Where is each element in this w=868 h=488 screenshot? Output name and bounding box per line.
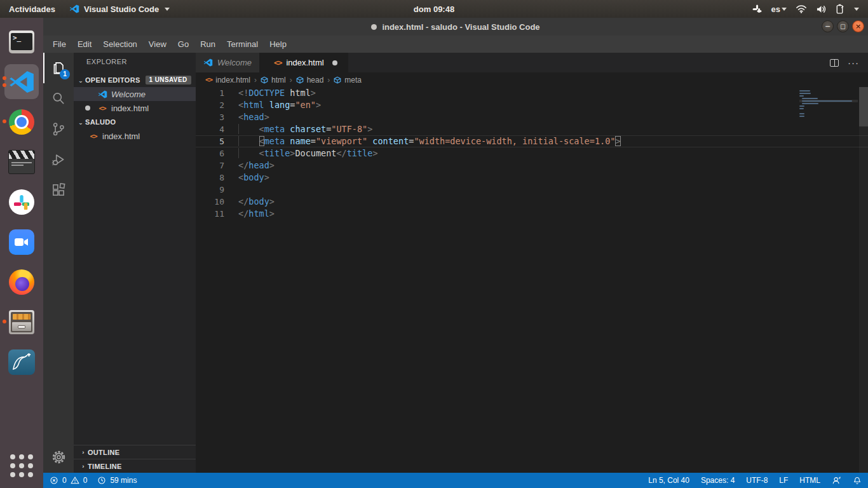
problems-indicator[interactable]: 0 0 xyxy=(50,476,87,485)
menu-view[interactable]: View xyxy=(143,37,172,51)
line-content: <html lang="en"> xyxy=(238,99,868,111)
breadcrumb-item-meta[interactable]: meta xyxy=(334,76,362,85)
app-menu-label: Visual Studio Code xyxy=(84,4,159,14)
code-line[interactable]: 10</body> xyxy=(196,196,868,208)
dock-item-vscode[interactable] xyxy=(0,62,43,102)
activity-bar: 1 xyxy=(43,53,74,473)
code-line[interactable]: 2<html lang="en"> xyxy=(196,99,868,111)
timeline-section[interactable]: › TIMELINE xyxy=(74,459,196,473)
dock-item-terminal[interactable]: >_ xyxy=(0,22,43,62)
code-line[interactable]: 4 <meta charset="UTF-8"> xyxy=(196,123,868,135)
menu-terminal[interactable]: Terminal xyxy=(221,37,264,51)
manage-button[interactable] xyxy=(43,449,74,465)
window-title: index.html - saludo - Visual Studio Code xyxy=(382,22,539,32)
wifi-icon[interactable] xyxy=(796,4,807,13)
code-line[interactable]: 1<!DOCTYPE html> xyxy=(196,87,868,99)
activity-explorer[interactable]: 1 xyxy=(43,53,74,83)
breadcrumb-item-html[interactable]: html xyxy=(261,76,286,85)
vertical-scrollbar[interactable] xyxy=(859,87,868,473)
split-editor-icon[interactable] xyxy=(830,59,839,67)
dock-item-file-manager[interactable] xyxy=(0,302,43,342)
menu-bar: File Edit Selection View Go Run Terminal… xyxy=(43,36,868,53)
dock-item-video-editor[interactable] xyxy=(0,142,43,182)
code-editor[interactable]: 1<!DOCTYPE html>2<html lang="en">3<head>… xyxy=(196,87,868,473)
battery-icon[interactable] xyxy=(836,4,844,14)
activity-extensions[interactable] xyxy=(43,175,74,205)
feedback-button[interactable] xyxy=(832,476,841,485)
line-content: </head> xyxy=(238,159,868,172)
menu-go[interactable]: Go xyxy=(172,37,194,51)
menu-selection[interactable]: Selection xyxy=(97,37,142,51)
breadcrumb: <> index.html › html › head › xyxy=(196,72,868,87)
dock: >_ xyxy=(0,18,43,488)
open-editors-header[interactable]: ⌄ OPEN EDITORS 1 UNSAVED xyxy=(74,73,196,87)
tab-welcome[interactable]: Welcome xyxy=(196,53,260,72)
dock-item-firefox[interactable] xyxy=(0,262,43,302)
menu-edit[interactable]: Edit xyxy=(72,37,97,51)
code-line[interactable]: 6 <title>Document</title> xyxy=(196,147,868,159)
vscode-file-icon xyxy=(203,58,213,67)
html-file-icon: <> xyxy=(97,104,108,112)
encoding[interactable]: UTF-8 xyxy=(746,476,768,485)
volume-icon[interactable] xyxy=(816,4,827,14)
line-content xyxy=(238,184,868,196)
slack-tray-icon[interactable] xyxy=(752,4,763,15)
cursor-position[interactable]: Ln 5, Col 40 xyxy=(648,476,689,485)
code-line[interactable]: 3<head> xyxy=(196,111,868,123)
open-editor-index-html[interactable]: <> index.html xyxy=(74,101,196,115)
notifications-button[interactable] xyxy=(853,476,862,485)
indentation[interactable]: Spaces: 4 xyxy=(701,476,735,485)
file-cabinet-icon xyxy=(9,310,34,334)
dock-item-slack[interactable] xyxy=(0,182,43,222)
tab-index-html[interactable]: <> index.html xyxy=(260,53,348,72)
outline-section[interactable]: › OUTLINE xyxy=(74,445,196,459)
app-menu-button[interactable]: Visual Studio Code xyxy=(69,4,170,14)
language-mode[interactable]: HTML xyxy=(799,476,820,485)
git-branch-icon xyxy=(50,121,67,137)
activities-button[interactable]: Actividades xyxy=(9,4,55,14)
code-line[interactable]: 7</head> xyxy=(196,159,868,172)
activity-source-control[interactable] xyxy=(43,114,74,144)
title-bar[interactable]: index.html - saludo - Visual Studio Code… xyxy=(43,18,868,36)
dock-item-chrome[interactable] xyxy=(0,102,43,142)
debug-icon xyxy=(50,151,67,168)
folder-section-header[interactable]: ⌄ SALUDO xyxy=(74,115,196,129)
minimap[interactable] xyxy=(799,90,858,118)
zoom-icon xyxy=(9,229,34,255)
menu-file[interactable]: File xyxy=(47,37,72,51)
code-line[interactable]: 8<body> xyxy=(196,172,868,184)
editor-group: Welcome <> index.html ··· <> xyxy=(196,53,868,473)
activity-search[interactable] xyxy=(43,83,74,114)
breadcrumb-item-head[interactable]: head xyxy=(296,76,324,85)
close-button[interactable]: × xyxy=(852,20,864,32)
code-line[interactable]: 9 xyxy=(196,184,868,196)
breadcrumb-item-file[interactable]: <> index.html xyxy=(205,76,250,85)
keyboard-layout-indicator[interactable]: es xyxy=(771,4,787,14)
open-editor-welcome[interactable]: Welcome xyxy=(74,87,196,101)
code-line[interactable]: 5 <meta name="viewport" content="width=d… xyxy=(196,135,868,147)
eol-sequence[interactable]: LF xyxy=(779,476,788,485)
code-lines: 1<!DOCTYPE html>2<html lang="en">3<head>… xyxy=(196,87,868,220)
dock-item-mysql-workbench[interactable] xyxy=(0,342,43,382)
code-line[interactable]: 11</html> xyxy=(196,208,868,220)
scrollbar-thumb[interactable] xyxy=(859,87,868,126)
menu-help[interactable]: Help xyxy=(264,37,292,51)
timer-indicator[interactable]: 59 mins xyxy=(97,476,137,485)
file-index-html[interactable]: <> index.html xyxy=(74,129,196,143)
dock-item-zoom[interactable] xyxy=(0,222,43,262)
minimize-button[interactable]: − xyxy=(822,20,834,32)
firefox-icon xyxy=(9,269,34,295)
more-actions-icon[interactable]: ··· xyxy=(848,60,859,66)
html-file-icon: <> xyxy=(205,76,212,84)
sidebar-title: EXPLORER xyxy=(74,53,196,69)
activity-run-debug[interactable] xyxy=(43,144,74,175)
slack-icon xyxy=(9,189,34,215)
chevron-down-icon[interactable] xyxy=(854,8,859,11)
running-indicator xyxy=(3,76,6,80)
chevron-right-icon: › xyxy=(79,449,88,456)
maximize-button[interactable]: ◻ xyxy=(837,20,849,32)
search-icon xyxy=(50,90,67,107)
menu-run[interactable]: Run xyxy=(194,37,221,51)
dock-item-app-grid[interactable] xyxy=(0,445,43,485)
clock[interactable]: dom 09:48 xyxy=(414,4,454,14)
